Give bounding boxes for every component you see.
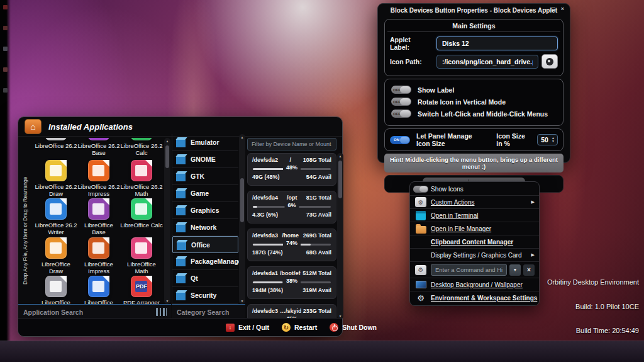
device-list: /dev/sda2/108G Total 48% 49G (48%)54G Av…	[247, 153, 336, 319]
scroll-up-icon[interactable]: ▲	[239, 135, 245, 139]
icon-picker-icon	[546, 58, 553, 65]
scrollbar-thumb[interactable]	[338, 161, 342, 198]
gear-icon: ⚙	[417, 293, 425, 303]
app-item[interactable]: LibreOffice Base	[77, 198, 120, 235]
scrollbar-thumb[interactable]	[240, 178, 244, 222]
menu-item-custom-actions[interactable]: ⚙ Custom Actions ▶	[410, 196, 539, 209]
category-cube-icon	[176, 225, 186, 232]
category-item[interactable]: Qt	[172, 270, 238, 287]
app-item[interactable]: LibreOffice 26.2 Impress	[77, 160, 120, 197]
app-item[interactable]: LibreOffice 26.2 Math	[120, 160, 163, 197]
restart-button[interactable]: ↻ Restart	[282, 323, 317, 332]
category-item[interactable]: Emulator	[172, 134, 238, 151]
view-columns-icon[interactable]	[156, 308, 167, 316]
scroll-up-icon[interactable]: ▲	[337, 154, 343, 158]
show-icons-label: Show Icons	[431, 186, 464, 193]
icon-picker-button[interactable]	[541, 54, 558, 69]
restart-icon: ↻	[282, 323, 291, 332]
dialog-title: Block Devices Button Properties - Block …	[391, 7, 557, 14]
applet-label-label: Applet Label:	[390, 36, 431, 51]
menu-item-open-file-manager[interactable]: Open in File Manager	[410, 222, 539, 235]
command-history-dropdown[interactable]: ▼	[509, 264, 521, 276]
category-item[interactable]: Game	[172, 185, 238, 202]
icon-size-group: ON Let Panel Manage Icon Size Icon Size …	[384, 128, 564, 151]
app-item[interactable]: PDF PDF Arranger	[120, 276, 163, 304]
switch-click-toggle[interactable]: OFF	[391, 110, 411, 118]
category-item[interactable]: GNOME	[172, 151, 238, 168]
scrollbar-thumb[interactable]	[165, 145, 169, 168]
category-item[interactable]: Security	[172, 287, 238, 304]
category-scrollbar[interactable]: ▲ ▼	[239, 134, 245, 304]
home-button[interactable]: ⌂	[25, 119, 42, 134]
applet-label-input[interactable]	[436, 37, 558, 50]
device-filter-input[interactable]	[247, 138, 336, 150]
icon-path-input[interactable]	[436, 55, 538, 69]
device-card[interactable]: /dev/sdc3…/skyide/ext_h…233G Total 45%	[247, 304, 336, 319]
menu-item-clipboard-manager[interactable]: Clipboard Content Manager	[410, 235, 539, 249]
app-item[interactable]: LibreOffice Calc	[120, 198, 163, 235]
app-item[interactable]: LibreOffice Math	[120, 237, 163, 274]
folder-icon	[416, 226, 426, 234]
app-item[interactable]: LibreOffice 26.2 Base	[77, 138, 120, 156]
close-icon[interactable]: ×	[561, 6, 564, 12]
category-item[interactable]: PackageManager	[172, 253, 238, 270]
icon-size-spinbox[interactable]: 50 ▲ ▼	[537, 134, 558, 145]
command-clear-button[interactable]: ×	[523, 264, 535, 276]
menu-item-open-terminal[interactable]: Open in Terminal	[410, 209, 539, 222]
category-item[interactable]: GTK	[172, 168, 238, 185]
device-card[interactable]: /dev/sda4/opt81G Total 6% 4.3G (6%)73G A…	[247, 191, 336, 223]
application-search-input[interactable]	[18, 308, 156, 316]
category-cube-icon	[176, 140, 186, 147]
maximize-icon[interactable]: □	[552, 6, 555, 12]
app-icon	[45, 160, 67, 181]
category-item[interactable]: Network	[172, 219, 238, 236]
app-item[interactable]: LibreOffice 26.2 Draw	[35, 160, 77, 197]
app-item[interactable]: LibreOffice Start	[35, 276, 77, 304]
minimize-icon[interactable]: –	[543, 6, 546, 12]
device-card[interactable]: /dev/sda3/home269G Total 74% 187G (74%)6…	[247, 229, 336, 261]
show-icons-toggle-icon[interactable]	[413, 186, 428, 193]
panel-manage-size-toggle[interactable]: ON	[390, 136, 410, 144]
scroll-up-icon[interactable]: ▲	[164, 139, 170, 143]
app-item[interactable]: LibreOffice Writer	[77, 276, 120, 304]
category-item-selected[interactable]: Office	[172, 236, 238, 253]
app-item[interactable]: LibreOffice Draw	[35, 237, 77, 274]
category-item[interactable]: Graphics	[172, 202, 238, 219]
custom-actions-icon: ⚙	[415, 197, 426, 207]
wallpaper-label: Desktop Background / Wallpaper	[431, 281, 523, 288]
power-icon	[330, 323, 338, 332]
shutdown-button[interactable]: Shut Down	[330, 323, 377, 332]
menu-item-display-settings[interactable]: Display Settings / Graphics Card ▶	[410, 249, 539, 262]
device-card[interactable]: /dev/sda1/boot/efi512M Total 38% 194M (3…	[247, 266, 336, 299]
spin-down-icon[interactable]: ▼	[552, 140, 555, 143]
icon-size-value: 50	[540, 136, 549, 144]
show-label-toggle[interactable]: OFF	[391, 86, 411, 94]
menu-item-show-icons[interactable]: Show Icons	[410, 183, 539, 196]
app-item[interactable]: LibreOffice 26.2 Writer	[35, 198, 77, 235]
device-card[interactable]: /dev/sda2/108G Total 48% 49G (48%)54G Av…	[247, 153, 336, 186]
menu-item-wallpaper[interactable]: Desktop Background / Wallpaper	[410, 278, 539, 291]
scroll-down-icon[interactable]: ▼	[239, 299, 245, 303]
app-item[interactable]: LibreOffice Impress	[77, 237, 120, 274]
menu-item-environment-settings[interactable]: ⚙ Environment & Workspace Settings	[410, 291, 539, 305]
toggle-group: OFF Show Label OFF Rotate Icon in Vertic…	[384, 79, 564, 126]
app-icon: PDF	[131, 276, 152, 297]
display-settings-label: Display Settings / Graphics Card	[431, 252, 522, 259]
scroll-down-icon[interactable]: ▼	[164, 299, 170, 303]
dialog-titlebar[interactable]: Block Devices Button Properties - Block …	[378, 4, 570, 16]
app-grid-scrollbar[interactable]: ▲ ▼	[164, 138, 170, 304]
exit-icon: ↓	[226, 324, 235, 332]
app-icon	[131, 198, 152, 220]
app-item[interactable]: LibreOffice 26.2 Calc	[120, 138, 163, 156]
command-input[interactable]	[431, 264, 507, 276]
desktop: Orbitiny Desktop Environment Build: 1.0 …	[0, 0, 644, 362]
rotate-icon-toggle[interactable]: OFF	[391, 98, 411, 106]
category-search-bar	[172, 304, 245, 319]
category-search-input[interactable]	[172, 308, 245, 316]
device-list-scrollbar[interactable]: ▲ ▼	[337, 153, 343, 319]
category-cube-icon	[176, 191, 186, 198]
hint-bar: Hint! Middle-clicking the menu button, b…	[384, 154, 564, 173]
exit-quit-button[interactable]: ↓ Exit / Quit	[226, 324, 269, 332]
app-item[interactable]: LibreOffice 26.2	[35, 138, 77, 156]
category-cube-icon	[177, 242, 186, 250]
